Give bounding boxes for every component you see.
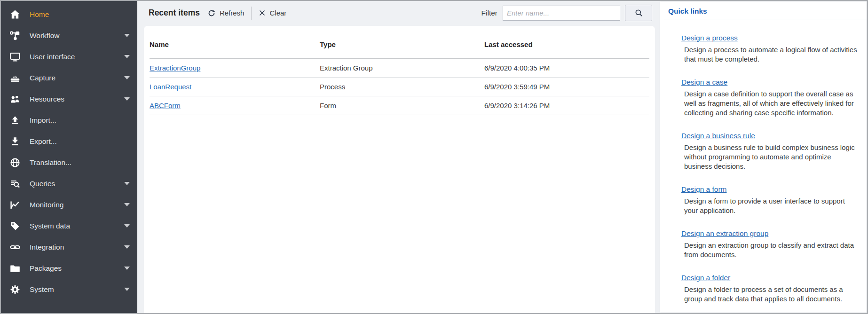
monitor-icon xyxy=(8,50,22,63)
quick-link-design-extraction-group[interactable]: Design an extraction group xyxy=(681,229,768,238)
refresh-button[interactable]: Refresh xyxy=(207,9,245,17)
quick-link-description: Design a business rule to build complex … xyxy=(684,143,857,171)
sidebar-item-label: Resources xyxy=(30,95,64,103)
import-icon xyxy=(8,114,22,127)
sidebar-item-system-data[interactable]: System data xyxy=(0,215,137,236)
sidebar-item-packages[interactable]: Packages xyxy=(0,258,137,279)
list-item: Design a case Design a case definition t… xyxy=(681,78,857,118)
recent-items-toolbar: Recent items Refresh Clear Filter xyxy=(137,0,660,26)
sidebar-item-label: Integration xyxy=(30,243,64,251)
sidebar: Home Workflow User interface xyxy=(0,0,137,314)
tag-icon xyxy=(8,220,22,233)
sidebar-item-label: Home xyxy=(30,10,49,19)
sidebar-item-translation[interactable]: Translation... xyxy=(0,152,137,173)
search-button[interactable] xyxy=(625,5,652,21)
quick-link-design-process[interactable]: Design a process xyxy=(681,34,738,42)
chevron-down-icon xyxy=(124,224,130,228)
globe-icon xyxy=(8,156,22,169)
table-header-row: Name Type Last accessed xyxy=(150,26,649,59)
sidebar-item-user-interface[interactable]: User interface xyxy=(0,46,137,67)
sidebar-item-label: Export... xyxy=(30,137,57,146)
chevron-down-icon xyxy=(124,203,130,206)
recent-items-card: Name Type Last accessed ExtractionGroup … xyxy=(144,26,655,314)
chart-icon xyxy=(8,198,22,212)
item-last-accessed: 6/9/2020 3:14:26 PM xyxy=(484,96,649,115)
recent-items-table: Name Type Last accessed ExtractionGroup … xyxy=(150,26,649,115)
quick-links-panel: Quick links Design a process Design a pr… xyxy=(660,1,867,313)
sidebar-item-monitoring[interactable]: Monitoring xyxy=(0,194,137,215)
quick-link-design-case[interactable]: Design a case xyxy=(681,78,727,86)
list-item: Design a business rule Design a business… xyxy=(681,132,857,171)
table-row: ABCForm Form 6/9/2020 3:14:26 PM xyxy=(150,96,649,115)
sidebar-item-label: Packages xyxy=(30,264,62,273)
chevron-down-icon xyxy=(124,288,130,291)
item-link[interactable]: ExtractionGroup xyxy=(150,64,200,72)
quick-link-design-folder[interactable]: Design a folder xyxy=(681,274,730,282)
filter-group: Filter xyxy=(481,5,652,21)
list-item: Design a form Design a form to provide a… xyxy=(681,185,857,215)
chevron-down-icon xyxy=(124,267,130,270)
gear-icon xyxy=(8,283,22,296)
quick-link-description: Design a form to provide a user interfac… xyxy=(684,196,857,215)
workflow-icon xyxy=(8,29,22,42)
list-item: Design an extraction group Design an ext… xyxy=(681,229,857,259)
quick-links-header: Quick links xyxy=(664,1,867,19)
sidebar-item-system[interactable]: System xyxy=(0,279,137,300)
item-type: Process xyxy=(320,78,484,96)
link-icon xyxy=(8,241,22,254)
search-icon xyxy=(634,8,643,17)
query-icon xyxy=(8,177,22,190)
sidebar-item-import[interactable]: Import... xyxy=(0,110,137,131)
table-row: ExtractionGroup Extraction Group 6/9/202… xyxy=(150,59,649,78)
sidebar-item-label: User interface xyxy=(30,53,75,61)
main-panel: Recent items Refresh Clear Filter xyxy=(137,0,660,314)
clear-label: Clear xyxy=(269,9,286,17)
column-header-type: Type xyxy=(320,26,484,59)
quick-link-description: Design a process to automate a logical f… xyxy=(684,45,857,64)
list-item: Design a folder Design a folder to proce… xyxy=(681,274,857,304)
page-title: Recent items xyxy=(149,8,200,18)
export-icon xyxy=(8,135,22,148)
people-icon xyxy=(8,93,22,106)
list-item: Design a process Design a process to aut… xyxy=(681,34,857,64)
quick-link-description: Design a folder to process a set of docu… xyxy=(684,285,857,304)
scanner-icon xyxy=(8,71,22,85)
chevron-down-icon xyxy=(124,182,130,185)
refresh-icon xyxy=(207,9,216,17)
folder-icon xyxy=(8,262,22,275)
sidebar-item-capture[interactable]: Capture xyxy=(0,67,137,88)
sidebar-item-label: Workflow xyxy=(30,31,59,40)
filter-input[interactable] xyxy=(503,6,620,21)
item-type: Form xyxy=(320,96,484,115)
quick-link-design-form[interactable]: Design a form xyxy=(681,185,726,194)
filter-label: Filter xyxy=(481,9,497,17)
sidebar-item-workflow[interactable]: Workflow xyxy=(0,25,137,46)
chevron-down-icon xyxy=(124,76,130,79)
item-last-accessed: 6/9/2020 3:59:49 PM xyxy=(484,78,649,96)
item-last-accessed: 6/9/2020 4:00:35 PM xyxy=(484,59,649,78)
chevron-down-icon xyxy=(124,34,130,37)
item-link[interactable]: ABCForm xyxy=(150,102,181,110)
sidebar-item-integration[interactable]: Integration xyxy=(0,236,137,258)
close-icon xyxy=(259,9,266,16)
item-link[interactable]: LoanRequest xyxy=(150,83,191,91)
sidebar-item-queries[interactable]: Queries xyxy=(0,173,137,194)
sidebar-item-label: Import... xyxy=(30,116,56,125)
chevron-down-icon xyxy=(124,55,130,58)
sidebar-item-label: System xyxy=(30,285,54,294)
home-icon xyxy=(8,8,22,21)
quick-link-design-business-rule[interactable]: Design a business rule xyxy=(681,132,755,140)
sidebar-item-home[interactable]: Home xyxy=(0,4,137,25)
item-type: Extraction Group xyxy=(320,59,484,78)
column-header-last-accessed: Last accessed xyxy=(484,26,649,59)
sidebar-item-resources[interactable]: Resources xyxy=(0,88,137,110)
sidebar-item-export[interactable]: Export... xyxy=(0,131,137,152)
sidebar-item-label: System data xyxy=(30,222,70,230)
toolbar-divider xyxy=(251,7,252,20)
clear-button[interactable]: Clear xyxy=(259,9,286,17)
sidebar-item-label: Monitoring xyxy=(30,201,63,209)
sidebar-item-label: Translation... xyxy=(30,158,71,167)
quick-link-description: Design a case definition to support the … xyxy=(684,89,857,118)
quick-link-description: Design an extraction group to classify a… xyxy=(684,241,857,259)
sidebar-item-label: Queries xyxy=(30,180,55,188)
